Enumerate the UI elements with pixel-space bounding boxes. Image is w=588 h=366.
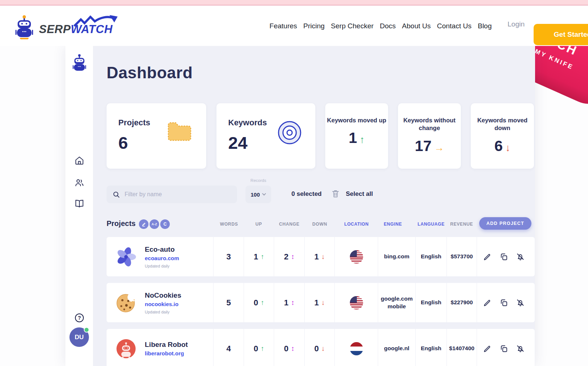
change-arrow-icon: ↕: [291, 253, 295, 261]
edit-pencil-icon[interactable]: [483, 252, 492, 261]
users-icon[interactable]: [75, 178, 84, 187]
row-actions: [477, 283, 535, 322]
login-link[interactable]: Login: [508, 20, 525, 28]
nav-features[interactable]: Features: [269, 22, 297, 30]
stat-value: 17: [415, 137, 432, 154]
brand-part-serp: SERP: [39, 23, 71, 36]
site-header: SERPWATCH Features Pricing Serp Checker …: [0, 6, 588, 46]
dashboard-content: Dashboard Projects 6 Keywords 24 Keyword…: [93, 46, 535, 366]
sort-az-badge[interactable]: A-Z: [150, 219, 159, 229]
sort-c-badge[interactable]: C: [160, 219, 170, 229]
records-label: Records: [245, 178, 271, 183]
stat-label: Keywords: [228, 118, 315, 128]
pinwheel-logo: [116, 247, 136, 267]
nav-docs[interactable]: Docs: [380, 22, 396, 30]
more-options-kebab-icon[interactable]: [533, 252, 535, 261]
announcement-strip: [0, 0, 588, 6]
language-cell: English: [415, 237, 447, 276]
down-arrow-icon: ↓: [321, 299, 325, 307]
location-flag: [350, 250, 363, 263]
stat-card-moved-up: Keywords moved up 1↑: [325, 103, 388, 169]
book-icon[interactable]: [75, 199, 84, 208]
project-name: Eco-auto: [145, 245, 179, 254]
page-title: Dashboard: [107, 64, 193, 82]
revenue-cell: $227900: [447, 283, 477, 322]
more-options-kebab-icon[interactable]: [533, 298, 535, 307]
get-started-button[interactable]: Get Started: [534, 24, 588, 45]
nav-serp-checker[interactable]: Serp Checker: [331, 22, 373, 30]
project-update-note: Updated daily: [145, 310, 181, 314]
brand-part-watch: WATCH: [71, 23, 112, 36]
edit-pencil-icon[interactable]: [483, 344, 492, 353]
col-location[interactable]: LOCATION: [344, 222, 369, 227]
online-status-dot: [84, 327, 89, 333]
project-domain-link[interactable]: nocookies.io: [145, 301, 181, 307]
nav-blog[interactable]: Blog: [478, 22, 492, 30]
col-language[interactable]: LANGUAGE: [417, 222, 444, 227]
select-all-button[interactable]: Select all: [346, 190, 373, 198]
brand-logo[interactable]: SERPWATCH: [15, 15, 112, 39]
project-domain-link[interactable]: ecoauro.com: [145, 255, 179, 261]
app-window: ? DU Dashboard Projects 6 Keywords 24: [65, 46, 535, 366]
project-name: NoCookies: [145, 291, 181, 299]
nav-about-us[interactable]: About Us: [402, 22, 431, 30]
duplicate-copy-icon[interactable]: [499, 344, 508, 353]
nav-contact-us[interactable]: Contact Us: [437, 22, 472, 30]
col-revenue[interactable]: REVENUE: [450, 222, 473, 227]
help-icon[interactable]: ?: [75, 313, 84, 322]
engine-cell: bing.com: [378, 237, 415, 276]
notifications-off-bell-icon[interactable]: [516, 252, 525, 261]
stat-card-keywords: Keywords 24: [216, 103, 315, 169]
sidebar-robot-logo[interactable]: [72, 54, 87, 72]
stat-value: 6: [118, 133, 206, 153]
change-cell: 1↕: [274, 283, 304, 322]
down-arrow-icon: ↓: [321, 253, 325, 261]
home-icon[interactable]: [75, 156, 84, 165]
revenue-cell: $573700: [447, 237, 477, 276]
stat-value: 1: [349, 129, 357, 146]
change-cell: 0↕: [274, 329, 304, 366]
col-down[interactable]: DOWN: [312, 222, 327, 227]
trash-icon[interactable]: [331, 189, 340, 199]
project-name: Libera Robot: [145, 341, 188, 349]
records-dropdown[interactable]: 100: [245, 186, 271, 203]
rename-badge-pencil-icon[interactable]: [139, 219, 148, 229]
table-row: NoCookies nocookies.io Updated daily 5 0…: [107, 283, 535, 322]
down-cell: 1↓: [304, 237, 334, 276]
up-arrow-icon: ↑: [261, 253, 264, 261]
add-project-button[interactable]: ADD PROJECT: [479, 217, 531, 230]
selected-count: 0 selected: [291, 190, 322, 198]
location-flag: [350, 342, 363, 355]
project-domain-link[interactable]: liberarobot.org: [145, 350, 188, 356]
duplicate-copy-icon[interactable]: [499, 252, 508, 261]
notifications-off-bell-icon[interactable]: [516, 344, 525, 353]
location-flag: [350, 296, 363, 309]
col-up[interactable]: UP: [255, 222, 262, 227]
stat-value: 24: [228, 133, 315, 153]
duplicate-copy-icon[interactable]: [499, 298, 508, 307]
user-avatar[interactable]: DU: [69, 327, 89, 347]
down-cell: 0↓: [304, 329, 334, 366]
more-options-kebab-icon[interactable]: [533, 344, 535, 353]
nav-pricing[interactable]: Pricing: [303, 22, 325, 30]
edit-pencil-icon[interactable]: [483, 298, 492, 307]
col-engine[interactable]: ENGINE: [384, 222, 402, 227]
search-input[interactable]: [125, 191, 227, 198]
stat-label: Keywords without change: [398, 116, 461, 132]
brand-wordmark: SERPWATCH: [39, 23, 112, 36]
language-cell: English: [415, 283, 447, 322]
projects-table-title: Projects: [107, 219, 136, 228]
table-row: Eco-auto ecoauro.com Updated daily 3 1↑ …: [107, 237, 535, 276]
target-icon: [277, 120, 302, 145]
notifications-off-bell-icon[interactable]: [516, 298, 525, 307]
sidebar: ? DU: [65, 46, 93, 366]
col-change[interactable]: CHANGE: [279, 222, 300, 227]
down-cell: 1↓: [304, 283, 334, 322]
up-cell: 0↑: [244, 329, 274, 366]
col-words[interactable]: WORDS: [220, 222, 238, 227]
change-arrow-icon: ↕: [291, 299, 295, 307]
robot-mascot-icon: [15, 15, 34, 39]
user-initials: DU: [75, 334, 84, 341]
language-cell: English: [415, 329, 447, 366]
stat-card-no-change: Keywords without change 17→: [398, 103, 461, 169]
